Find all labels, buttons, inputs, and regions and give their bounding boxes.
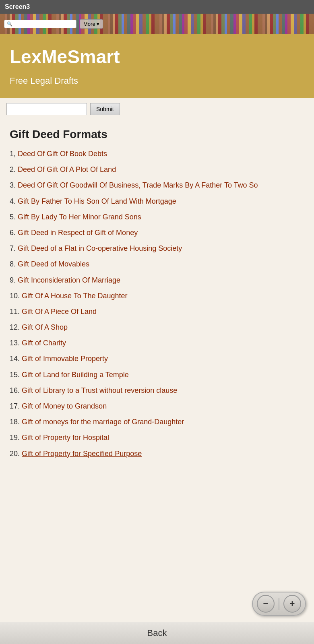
item-link[interactable]: Gift Of A House To The Daughter [22,292,128,300]
item-number: 9. [10,276,18,284]
item-number: 2. [10,165,18,173]
list-item: 10. Gift Of A House To The Daughter [10,291,304,301]
item-number: 1, [10,150,18,158]
item-number: 19. [10,433,22,442]
list-item: 19. Gift of Property for Hospital [10,433,304,443]
item-link[interactable]: Gift of Money to Grandson [22,402,107,410]
items-list: 1, Deed Of Gift Of Book Debts2. Deed Of … [10,149,304,459]
search-input[interactable] [6,103,87,115]
list-item: 7. Gift Deed of a Flat in Co-operative H… [10,244,304,254]
search-area: Submit [0,98,314,120]
item-link[interactable]: Gift Deed of a Flat in Co-operative Hous… [18,244,182,252]
app-title: LexMeSmart [10,46,304,68]
list-item: 13. Gift of Charity [10,338,304,348]
list-item: 8. Gift Deed of Movables [10,259,304,269]
item-number: 10. [10,292,22,300]
item-link[interactable]: Gift Of A Shop [22,323,68,331]
item-number: 17. [10,402,22,410]
list-item: 9. Gift Inconsideration Of Marriage [10,275,304,285]
more-button[interactable]: More ▾ [80,19,103,29]
zoom-divider [279,598,279,610]
list-item: 2. Deed Of Gift Of A Plot Of Land [10,165,304,175]
list-item: 16. Gift of Library to a Trust without r… [10,386,304,396]
list-item: 14. Gift of Immovable Property [10,354,304,364]
item-link[interactable]: Gift of Immovable Property [22,355,108,363]
submit-button[interactable]: Submit [90,103,120,115]
app-subtitle: Free Legal Drafts [10,76,304,86]
list-item: 6. Gift Deed in Respect of Gift of Money [10,228,304,238]
list-item: 11. Gift Of A Piece Of Land [10,307,304,317]
item-number: 4. [10,197,18,205]
list-item: 1, Deed Of Gift Of Book Debts [10,149,304,159]
item-number: 15. [10,371,22,379]
item-number: 11. [10,308,22,316]
item-link[interactable]: Gift of Land for Building a Temple [22,371,129,379]
item-link[interactable]: Gift of Charity [22,339,66,347]
item-link[interactable]: Gift of Library to a Trust without rever… [22,386,177,394]
item-number: 7. [10,244,18,252]
browser-search-input[interactable] [14,21,70,27]
item-link[interactable]: Deed Of Gift Of Goodwill Of Business, Tr… [18,181,258,189]
list-item: 15. Gift of Land for Building a Temple [10,370,304,380]
item-link[interactable]: Gift Inconsideration Of Marriage [18,276,120,284]
list-item: 18. Gift of moneys for the marriage of G… [10,417,304,427]
zoom-controls: − + [252,592,306,616]
top-bar: Screen3 [0,0,314,14]
list-item: 20. Gift of Property for Specified Purpo… [10,449,304,459]
item-link[interactable]: Gift of Property for Specified Purpose [22,450,142,458]
list-item: 17. Gift of Money to Grandson [10,401,304,411]
item-link[interactable]: Gift By Father To His Son Of Land With M… [18,197,176,205]
item-number: 3. [10,181,18,189]
item-link[interactable]: Gift Deed in Respect of Gift of Money [18,229,138,237]
item-number: 14. [10,355,22,363]
browser-search-bar[interactable]: 🔍 [4,20,76,28]
zoom-out-button[interactable]: − [257,595,275,613]
item-number: 16. [10,386,22,394]
section-title: Gift Deed Formats [10,128,304,141]
header-banner: LexMeSmart Free Legal Drafts [0,34,314,98]
item-number: 20. [10,450,22,458]
item-link[interactable]: Deed Of Gift Of Book Debts [18,150,107,158]
list-item: 5. Gift By Lady To Her Minor Grand Sons [10,212,304,222]
list-item: 3. Deed Of Gift Of Goodwill Of Business,… [10,180,304,190]
item-number: 13. [10,339,22,347]
item-link[interactable]: Gift By Lady To Her Minor Grand Sons [18,213,141,221]
zoom-in-button[interactable]: + [283,595,301,613]
item-number: 18. [10,418,22,426]
item-link[interactable]: Gift Of A Piece Of Land [22,308,97,316]
item-link[interactable]: Gift of moneys for the marriage of Grand… [22,418,184,426]
item-number: 12. [10,323,22,331]
item-link[interactable]: Gift of Property for Hospital [22,433,109,442]
search-icon: 🔍 [7,21,12,27]
item-number: 8. [10,260,18,268]
top-bar-title: Screen3 [5,3,30,10]
bottom-bar: Back [0,622,314,644]
list-item: 4. Gift By Father To His Son Of Land Wit… [10,196,304,206]
browser-bar: 🔍 More ▾ [0,14,314,34]
item-link[interactable]: Deed Of Gift Of A Plot Of Land [18,165,116,173]
item-link[interactable]: Gift Deed of Movables [18,260,89,268]
item-number: 6. [10,229,18,237]
back-button[interactable]: Back [147,628,167,638]
item-number: 5. [10,213,18,221]
list-item: 12. Gift Of A Shop [10,322,304,332]
main-content: Gift Deed Formats 1, Deed Of Gift Of Boo… [0,120,314,497]
